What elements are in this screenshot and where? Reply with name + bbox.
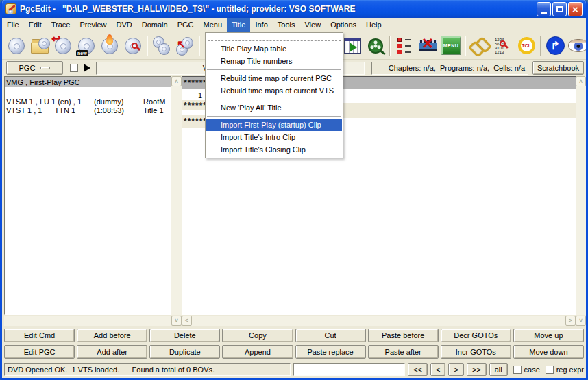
- search-next-button[interactable]: >: [448, 363, 463, 376]
- minimize-button[interactable]: [537, 2, 551, 16]
- reopen-dvd-icon[interactable]: ↩: [51, 34, 75, 58]
- status-bar: DVD Opened OK. 1 VTS loaded. Found a tot…: [2, 361, 586, 378]
- search-prev-button[interactable]: <: [430, 363, 445, 376]
- menu-tearoff-handle[interactable]: [208, 35, 341, 41]
- copy-dvd-icon[interactable]: [150, 34, 173, 58]
- incr-gotos-button[interactable]: Incr GOTOs: [441, 345, 511, 359]
- main-panel-scroll-down-button[interactable]: ∨: [576, 316, 586, 326]
- play-all-table-icon[interactable]: [341, 34, 364, 58]
- pgc-menu-button[interactable]: PGC: [6, 61, 63, 75]
- burn-dvd-icon[interactable]: [98, 34, 121, 58]
- pgc-list-row[interactable]: VTST 1 , 1 TTN 1 (1:08:53) Title 1: [5, 106, 171, 115]
- new-dvd-icon[interactable]: new: [75, 34, 98, 58]
- menu-dvd[interactable]: DVD: [112, 18, 137, 32]
- menu-item-title-play-map[interactable]: Title Play Map table: [206, 43, 342, 55]
- scroll-right-button[interactable]: >: [565, 316, 576, 326]
- edit-cmd-button[interactable]: Edit Cmd: [4, 329, 75, 342]
- menu-tools[interactable]: Tools: [273, 18, 300, 32]
- menu-item-new-play-all-title[interactable]: New 'Play All' Title: [206, 102, 342, 114]
- menu-title[interactable]: Title: [227, 18, 250, 32]
- left-panel-scroll-down-button[interactable]: ∨: [171, 316, 182, 326]
- toolbar-separator: [147, 36, 148, 56]
- paste-before-button[interactable]: Paste before: [368, 329, 439, 342]
- close-button[interactable]: ×: [568, 2, 583, 16]
- command-list-icon[interactable]: [393, 34, 416, 58]
- restore-dvd-icon[interactable]: ↖: [173, 34, 197, 58]
- pgc-list-row[interactable]: VTSM 1 , LU 1 (en) , 1 (dummy) RootM: [5, 97, 171, 106]
- search-first-button[interactable]: <<: [408, 363, 428, 376]
- case-checkbox[interactable]: [513, 366, 522, 374]
- menu-pgc[interactable]: PGC: [173, 18, 199, 32]
- menu-item-rebuild-timemaps-vts[interactable]: Rebuild time maps of current VTS: [206, 84, 342, 97]
- search-input[interactable]: [293, 363, 405, 376]
- menu-separator: [207, 116, 341, 117]
- movie-player-icon[interactable]: [364, 34, 387, 58]
- search-last-button[interactable]: >>: [467, 363, 487, 376]
- menu-domain[interactable]: Domain: [137, 18, 173, 32]
- menu-item-remap-title-numbers[interactable]: Remap Title numbers: [206, 55, 342, 67]
- left-panel-scrollbar[interactable]: ∧: [171, 76, 182, 315]
- menu-bar: File Edit Trace Preview DVD Domain PGC M…: [2, 18, 586, 32]
- edit-pgc-button[interactable]: Edit PGC: [4, 345, 75, 359]
- add-after-button[interactable]: Add after: [77, 345, 147, 359]
- title-bar[interactable]: PgcEdit - "D:\LP_WEBSTER_HALL\VIDEO_TS\"…: [2, 0, 586, 18]
- toolbar-separator: [540, 36, 541, 56]
- paste-after-button[interactable]: Paste after: [368, 345, 439, 359]
- move-down-button[interactable]: Move down: [513, 345, 584, 359]
- duplicate-button[interactable]: Duplicate: [149, 345, 220, 359]
- blank-disc-icon[interactable]: [5, 34, 28, 58]
- maximize-button[interactable]: [552, 2, 567, 16]
- play-triangle-icon[interactable]: [84, 64, 90, 72]
- left-panel-hscroll-track[interactable]: [4, 316, 171, 326]
- comment-row: ******: [182, 115, 206, 128]
- app-icon: [5, 3, 16, 14]
- menu-menu[interactable]: Menu: [199, 18, 228, 32]
- scroll-up-button[interactable]: ∧: [171, 76, 182, 86]
- open-dvd-icon[interactable]: [28, 34, 51, 58]
- menu-editor-icon[interactable]: MENU: [439, 34, 463, 58]
- main-panel-hscrollbar[interactable]: < >: [182, 316, 576, 326]
- pgc-checkbox[interactable]: [70, 64, 78, 72]
- scroll-left-button[interactable]: <: [182, 316, 192, 326]
- pgc-list-panel[interactable]: VMG , First-Play PGC VTSM 1 , LU 1 (en) …: [4, 76, 171, 315]
- menu-item-import-closing-clip[interactable]: Import Title's Closing Clip: [206, 143, 342, 156]
- trace-mode-icon[interactable]: ↱: [543, 34, 567, 58]
- tcl-console-icon[interactable]: TCL: [515, 34, 538, 58]
- menu-trace[interactable]: Trace: [47, 18, 75, 32]
- decr-gotos-button[interactable]: Decr GOTOs: [441, 329, 511, 342]
- menu-help[interactable]: Help: [361, 18, 387, 32]
- menu-options[interactable]: Options: [326, 18, 361, 32]
- scroll-up-button[interactable]: ∧: [576, 76, 586, 86]
- scroll-strip: ∨ < > ∨: [2, 315, 586, 326]
- copy-button[interactable]: Copy: [222, 329, 293, 342]
- search-all-button[interactable]: all: [489, 363, 508, 376]
- regexp-checkbox[interactable]: [546, 366, 554, 374]
- window-title: PgcEdit - "D:\LP_WEBSTER_HALL\VIDEO_TS\"…: [20, 4, 533, 14]
- menu-file[interactable]: File: [2, 18, 24, 32]
- link-chain-icon[interactable]: [468, 34, 491, 58]
- add-before-button[interactable]: Add before: [77, 329, 147, 342]
- menu-preview[interactable]: Preview: [75, 18, 111, 32]
- menu-edit[interactable]: Edit: [24, 18, 47, 32]
- renumber-search-icon[interactable]: 1234 5678 9101 1213: [491, 34, 515, 58]
- menu-separator: [207, 99, 341, 99]
- preview-eye-icon[interactable]: [567, 34, 588, 58]
- menu-item-import-intro-clip[interactable]: Import Title's Intro Clip: [206, 131, 342, 143]
- pgc-list-selected-row[interactable]: VMG , First-Play PGC: [5, 77, 171, 87]
- menubutton-indicator: [40, 67, 50, 69]
- main-panel-scrollbar[interactable]: ∧: [576, 76, 586, 315]
- menu-item-rebuild-timemap-pgc[interactable]: Rebuild time map of current PGC: [206, 72, 342, 84]
- menu-item-import-first-play-clip[interactable]: Import First-Play (startup) Clip: [206, 119, 342, 131]
- scratchbook-button[interactable]: Scratchbook: [532, 61, 584, 75]
- menu-info[interactable]: Info: [250, 18, 272, 32]
- cut-button[interactable]: Cut: [295, 329, 366, 342]
- check-dvd-icon[interactable]: [121, 34, 145, 58]
- comment-row: ******: [182, 100, 206, 110]
- paste-replace-button[interactable]: Paste replace: [295, 345, 366, 359]
- move-up-button[interactable]: Move up: [513, 329, 584, 342]
- delete-button[interactable]: Delete: [149, 329, 220, 342]
- remove-video-icon[interactable]: ✕: [416, 34, 439, 58]
- menu-view[interactable]: View: [299, 18, 326, 32]
- case-label: case: [524, 366, 540, 374]
- append-button[interactable]: Append: [222, 345, 293, 359]
